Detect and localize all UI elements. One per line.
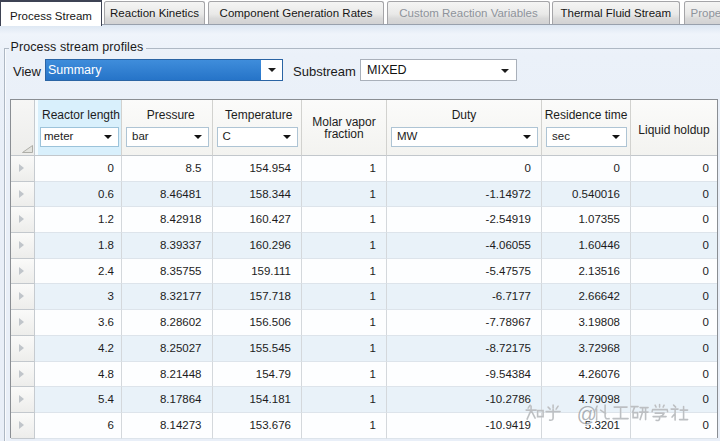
svg-text:@: @ xyxy=(577,403,597,425)
